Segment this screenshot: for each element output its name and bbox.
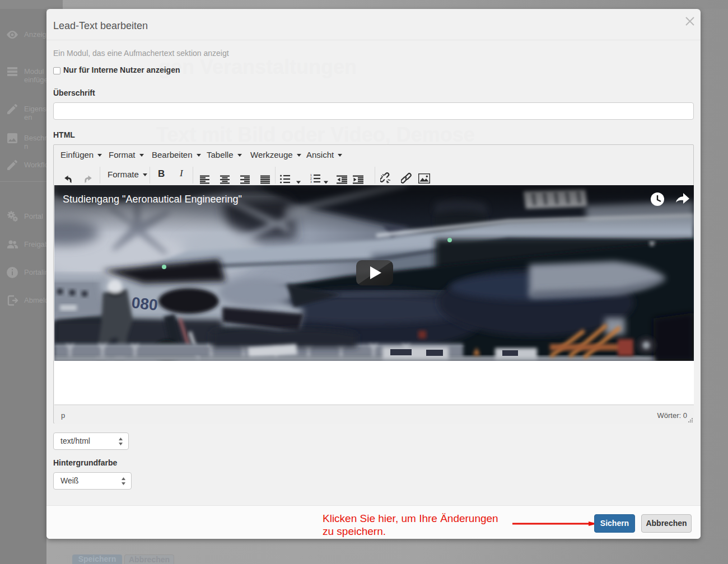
svg-text:Studiengang "Aeronautical Engi: Studiengang "Aeronautical Engineering"	[63, 194, 242, 205]
svg-text:3: 3	[310, 180, 312, 184]
svg-text:080: 080	[130, 294, 158, 314]
